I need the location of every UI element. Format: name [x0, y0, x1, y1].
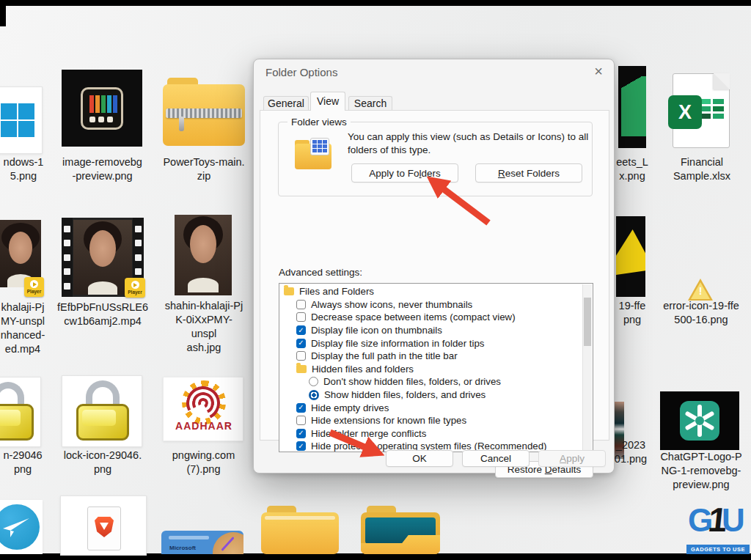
- portrait-art: [190, 225, 216, 263]
- scrollbar[interactable]: [582, 284, 592, 451]
- advanced-item-label: Hide extensions for known file types: [311, 415, 466, 426]
- radio-button[interactable]: [309, 377, 318, 386]
- advanced-item[interactable]: ✓Display file icon on thumbnails: [279, 324, 582, 337]
- page-fold-icon: [714, 73, 730, 89]
- aadhaar-label: AADHAAR: [164, 420, 244, 432]
- advanced-item-label: Hidden files and folders: [312, 364, 414, 375]
- desktop-icon-label: ChatGPT-Logo-P NG-1-removebg- preview.pn…: [653, 450, 750, 492]
- advanced-item-label: Display file icon on thumbnails: [311, 325, 442, 336]
- ok-button[interactable]: OK: [386, 450, 453, 467]
- tab-general[interactable]: General: [263, 96, 309, 111]
- checkbox[interactable]: ✓: [296, 339, 306, 348]
- tab-search[interactable]: Search: [348, 96, 392, 111]
- desktop-icon-removebg-thumbnail[interactable]: [62, 70, 142, 147]
- desktop-icon-label: 19-ffe png: [613, 299, 651, 327]
- watermark-text: GADGETS TO USE: [686, 545, 750, 554]
- desktop-icon-financial-thumbnail[interactable]: X: [664, 72, 737, 151]
- advanced-item-label: Display the full path in the title bar: [311, 350, 458, 361]
- portrait-art: [9, 232, 32, 264]
- excel-x-icon: X: [668, 95, 702, 129]
- microsoft-label: Microsoft: [169, 545, 196, 551]
- play-icon: [131, 281, 139, 289]
- advanced-item-label: Always show icons, never thumbnails: [311, 299, 472, 310]
- film-strip-icon: [62, 218, 73, 297]
- desktop-icon-label: _2023 01.png: [609, 438, 653, 466]
- top-black-strip: [0, 0, 751, 6]
- desktop-icon-telegram-thumbnail[interactable]: [0, 500, 43, 554]
- view-tab-page: Folder views You can apply this view (su…: [260, 110, 609, 441]
- checkbox[interactable]: [296, 300, 306, 309]
- advanced-item[interactable]: Files and Folders: [279, 285, 582, 298]
- advanced-item[interactable]: Always show icons, never thumbnails: [279, 298, 582, 312]
- advanced-item-label: Don't show hidden files, folders, or dri…: [323, 376, 501, 387]
- folder-views-label: Folder views: [287, 117, 351, 128]
- checkbox[interactable]: [296, 416, 306, 425]
- advanced-item[interactable]: Don't show hidden files, folders, or dri…: [279, 375, 582, 388]
- checkbox[interactable]: ✓: [296, 441, 306, 451]
- advanced-item-label: Files and Folders: [299, 286, 374, 297]
- play-icon: [30, 280, 38, 288]
- desktop-icon-ffe-thumbnail[interactable]: [616, 216, 645, 297]
- openai-knot-icon: [680, 401, 719, 441]
- folder-options-dialog: Folder Options × General View Search Fol…: [253, 59, 615, 474]
- corner-black-strip: [0, 6, 6, 26]
- tab-view[interactable]: View: [310, 92, 345, 111]
- desktop-icon-folder-thumbnail[interactable]: [261, 506, 339, 554]
- cancel-button[interactable]: Cancel: [462, 450, 530, 467]
- powertoys-logo-icon: [81, 87, 123, 130]
- checkbox[interactable]: ✓: [296, 325, 306, 335]
- checkbox[interactable]: ✓: [296, 429, 306, 438]
- advanced-item-label: Hide empty drives: [311, 402, 389, 413]
- watermark-letter-u: U: [722, 504, 745, 537]
- desktop-icon-open-folder-thumbnail[interactable]: [361, 506, 440, 554]
- desktop-icon-chatgpt-thumbnail[interactable]: [660, 391, 739, 450]
- advanced-item[interactable]: Show hidden files, folders, and drives: [279, 388, 582, 402]
- dialog-title: Folder Options: [265, 66, 337, 78]
- desktop-icon-brave-thumbnail[interactable]: [60, 495, 147, 556]
- windows-logo-icon: [1, 103, 34, 137]
- desktop-icon-shahin-photo-thumbnail[interactable]: [175, 215, 232, 295]
- checkbox[interactable]: [296, 312, 306, 322]
- apply-to-folders-button[interactable]: Apply to Folders: [351, 163, 458, 183]
- lock-icon: [86, 380, 120, 407]
- zipper-pull-icon: [179, 117, 184, 131]
- desktop-icon-windows-thumbnail[interactable]: [0, 86, 43, 154]
- player-badge: Player: [24, 277, 44, 297]
- desktop-icon-error-thumbnail[interactable]: !: [688, 279, 713, 301]
- advanced-item[interactable]: Decrease space between items (compact vi…: [279, 311, 582, 324]
- folder-views-description: You can apply this view (such as Details…: [348, 130, 603, 157]
- advanced-item[interactable]: ✓Hide folder merge conflicts: [279, 427, 582, 441]
- advanced-item-label: Show hidden files, folders, and drives: [324, 389, 486, 400]
- desktop-icon-label: n-29046 png: [0, 449, 45, 476]
- scrollbar-thumb[interactable]: [584, 298, 591, 346]
- advanced-item[interactable]: Hide extensions for known file types: [279, 414, 582, 427]
- apply-button[interactable]: Apply: [538, 450, 606, 467]
- checkbox[interactable]: ✓: [296, 403, 306, 413]
- advanced-item-label: Display file size information in folder …: [311, 338, 485, 349]
- desktop-icon-label: khalaji-Pj MY-unspl nhanced- ed.mp4: [0, 301, 45, 356]
- folder-views-group: Folder views You can apply this view (su…: [278, 122, 593, 196]
- desktop-icon-lock-thumbnail[interactable]: [62, 375, 142, 447]
- portrait-art: [188, 278, 219, 292]
- desktop-icon-lock-cut-thumbnail[interactable]: [0, 377, 41, 447]
- close-icon[interactable]: ×: [594, 63, 603, 80]
- desktop-icon-microsoft-thumbnail[interactable]: Microsoft: [161, 531, 243, 554]
- desktop-icon-aadhaar-thumbnail[interactable]: AADHAAR: [163, 377, 243, 441]
- reset-folders-button[interactable]: Reset Folders: [475, 163, 582, 183]
- advanced-item[interactable]: ✓Display file size information in folder…: [279, 336, 582, 350]
- desktop-icon-label: ndows-1 5.png: [0, 155, 47, 183]
- desktop-icon-label: lock-icon-29046. png: [56, 449, 150, 476]
- lock-body: [0, 404, 34, 441]
- lock-body: [76, 404, 129, 441]
- desktop-icon-label: fEfbPbFnUSsRLE6 cw1b6amj2.mp4: [54, 301, 151, 328]
- desktop-icon-powertoys-zip-thumbnail[interactable]: [163, 78, 245, 147]
- radio-button[interactable]: [309, 390, 319, 400]
- advanced-item[interactable]: ✓Hide empty drives: [279, 401, 582, 414]
- advanced-item-label: Hide folder merge conflicts: [311, 428, 426, 439]
- advanced-settings-list: Files and FoldersAlways show icons, neve…: [279, 283, 593, 452]
- desktop-icon-sheets-thumbnail[interactable]: [618, 66, 646, 148]
- advanced-item[interactable]: Display the full path in the title bar: [279, 350, 582, 363]
- zipper-icon: [166, 108, 242, 118]
- checkbox[interactable]: [296, 351, 306, 361]
- advanced-item[interactable]: Hidden files and folders: [279, 363, 582, 376]
